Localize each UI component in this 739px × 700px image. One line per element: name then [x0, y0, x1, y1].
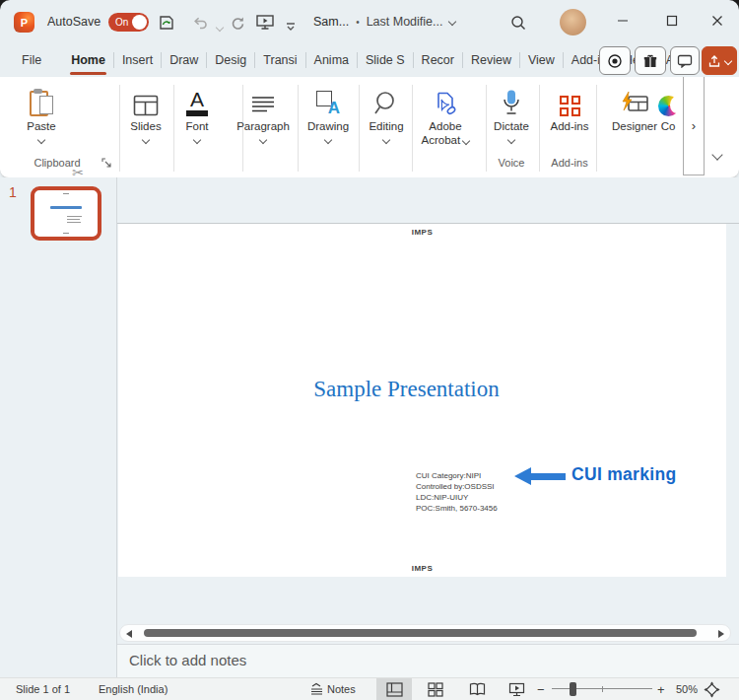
scroll-left-arrow-icon[interactable]: [126, 630, 132, 638]
cui-text-block[interactable]: CUI Category:NIPI Controlled by:OSDSSI L…: [416, 470, 498, 514]
reading-view-button[interactable]: [459, 678, 495, 700]
maximize-button[interactable]: [650, 0, 694, 41]
slideshow-view-button[interactable]: [499, 678, 534, 700]
cui-line: Controlled by:OSDSSI: [416, 481, 498, 492]
workspace: 1 IMPS Sample Presentation CUI Category:…: [0, 177, 739, 677]
toggle-knob: [132, 15, 147, 30]
acrobat-label-line1: Adobe: [429, 120, 461, 132]
minimize-button[interactable]: [601, 0, 644, 41]
editing-button[interactable]: Editing: [360, 83, 413, 160]
title-chevron-down-icon[interactable]: [448, 18, 456, 26]
font-chevron-down-icon: [193, 136, 201, 144]
slide-indicator[interactable]: Slide 1 of 1: [16, 683, 70, 695]
ribbon: Paste ✂ Clipboard Slides: [0, 77, 739, 178]
paragraph-button[interactable]: Paragraph: [235, 83, 291, 160]
panel-divider[interactable]: [116, 177, 117, 677]
horizontal-scrollbar[interactable]: [119, 624, 731, 642]
paste-clipboard-icon: [30, 83, 53, 116]
voice-group-label: Voice: [485, 157, 538, 169]
tab-insert[interactable]: Insert: [114, 43, 161, 77]
zoom-level-label[interactable]: 50%: [676, 683, 698, 695]
start-slideshow-icon[interactable]: [254, 12, 276, 34]
autosave-toggle[interactable]: On: [108, 13, 149, 32]
tab-view[interactable]: View: [520, 43, 563, 77]
cui-marking-annotation[interactable]: CUI marking: [571, 464, 676, 485]
tab-draw[interactable]: Draw: [162, 43, 206, 77]
dictate-button[interactable]: Dictate: [485, 83, 538, 160]
clipboard-group-label: Clipboard: [14, 157, 101, 169]
thumbnail-slide-number: 1: [9, 184, 17, 200]
drawing-shape-icon: A: [316, 83, 340, 116]
account-avatar[interactable]: [560, 9, 586, 35]
cui-line: CUI Category:NIPI: [416, 470, 498, 481]
magnifier-icon: [373, 83, 399, 116]
gift-icon: [642, 53, 658, 69]
scrollbar-thumb[interactable]: [144, 629, 697, 637]
share-button[interactable]: [702, 46, 737, 75]
tab-transitions[interactable]: Transi: [255, 43, 304, 77]
clipboard-dialog-launcher-icon[interactable]: [100, 156, 113, 170]
record-icon: [607, 53, 623, 69]
acrobat-chevron-down-icon: [462, 137, 470, 145]
slide-header-text: IMPS: [118, 228, 726, 237]
undo-icon[interactable]: [189, 12, 211, 34]
notes-toggle-icon[interactable]: [309, 682, 324, 698]
fit-slide-to-window-icon[interactable]: [704, 681, 720, 700]
paste-label: Paste: [27, 120, 55, 132]
slides-button[interactable]: Slides: [120, 83, 171, 160]
tab-file[interactable]: File: [14, 43, 49, 77]
search-icon[interactable]: [506, 11, 530, 35]
comments-button[interactable]: [670, 46, 700, 75]
copilot-button[interactable]: Co: [650, 83, 686, 160]
slide-sorter-icon: [428, 682, 443, 697]
notes-toggle-label[interactable]: Notes: [327, 683, 356, 695]
document-title[interactable]: Sam...: [313, 15, 349, 29]
tab-record[interactable]: Recor: [414, 43, 462, 77]
notes-placeholder[interactable]: Click to add notes: [129, 652, 246, 668]
drawing-label: Drawing: [307, 120, 349, 132]
left-arrow-shape[interactable]: [514, 467, 566, 485]
zoom-slider-midpoint-tick: [602, 686, 603, 692]
editing-chevron-down-icon: [382, 136, 390, 144]
slideshow-icon: [508, 682, 525, 697]
slides-label: Slides: [130, 120, 161, 132]
gift-button[interactable]: [635, 46, 666, 75]
copilot-icon: [658, 83, 679, 116]
drawing-button[interactable]: A Drawing: [302, 83, 355, 160]
slide-thumbnail[interactable]: [31, 186, 101, 241]
collapse-ribbon-chevron-icon[interactable]: [705, 144, 730, 166]
tab-slide-show[interactable]: Slide S: [358, 43, 413, 77]
normal-view-button[interactable]: [376, 678, 412, 700]
paste-button[interactable]: Paste: [18, 83, 65, 160]
tab-home[interactable]: Home: [63, 43, 113, 77]
zoom-in-button[interactable]: +: [657, 682, 665, 697]
add-ins-button[interactable]: Add-ins: [543, 83, 596, 160]
scroll-right-arrow-icon[interactable]: [718, 630, 724, 638]
acrobat-pdf-icon: [433, 83, 458, 116]
slide-canvas[interactable]: IMPS Sample Presentation CUI Category:NI…: [118, 224, 726, 577]
slide-title-text[interactable]: Sample Presentation: [118, 377, 695, 402]
close-button[interactable]: [696, 0, 739, 41]
slide-sorter-view-button[interactable]: [418, 678, 453, 700]
font-button[interactable]: A Font: [171, 83, 223, 160]
tab-animations[interactable]: Anima: [306, 43, 357, 77]
zoom-out-button[interactable]: −: [537, 682, 545, 697]
ribbon-overflow-button[interactable]: ›: [683, 77, 705, 175]
slides-chevron-down-icon: [142, 136, 150, 144]
adobe-acrobat-button[interactable]: Adobe Acrobat: [414, 83, 477, 160]
tab-review[interactable]: Review: [463, 43, 519, 77]
notes-pane[interactable]: Click to add notes: [117, 644, 739, 677]
cui-line: POC:Smith, 5670-3456: [416, 503, 498, 514]
zoom-slider-thumb[interactable]: [570, 682, 576, 696]
tab-design[interactable]: Desig: [207, 43, 254, 77]
slide-footer-text: IMPS: [118, 564, 726, 573]
customize-quick-access-chevron-icon[interactable]: [280, 16, 302, 37]
language-indicator[interactable]: English (India): [99, 683, 168, 695]
record-button[interactable]: [599, 46, 631, 75]
save-icon[interactable]: [156, 12, 177, 34]
paste-chevron-down-icon: [37, 136, 45, 144]
last-modified-label[interactable]: Last Modifie...: [367, 15, 443, 29]
designer-icon: [620, 83, 649, 116]
redo-icon[interactable]: [227, 12, 248, 34]
titlebar: P AutoSave On Sam... • Last Modifie...: [0, 0, 739, 43]
